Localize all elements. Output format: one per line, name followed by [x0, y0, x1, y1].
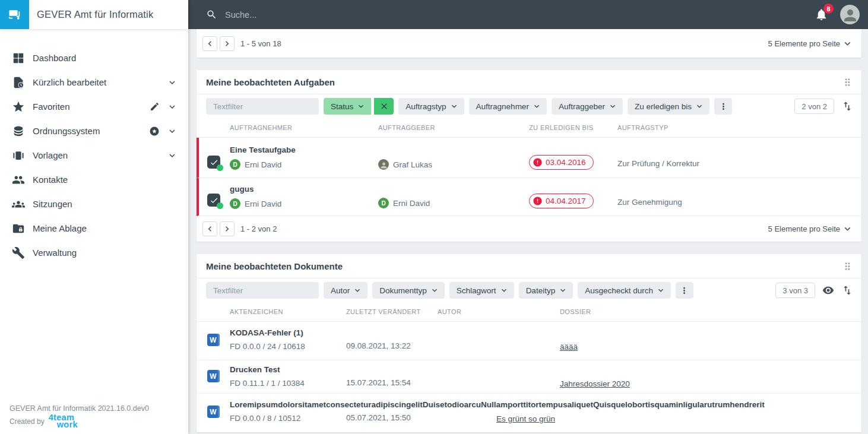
task-title[interactable]: Eine Testaufgabe [230, 145, 378, 154]
drag-handle-icon[interactable] [842, 77, 853, 88]
sidebar-item-verwaltung[interactable]: Verwaltung [0, 240, 188, 265]
sidebar-item-ordnungssystem[interactable]: Ordnungssystem [0, 119, 188, 143]
sidebar-item-meine-ablage[interactable]: Meine Ablage [0, 216, 188, 240]
document-reference: FD 0.0.0 / 24 / 10618 [230, 342, 346, 351]
filter-chip-zu-erledigen-bis[interactable]: Zu erledigen bis [628, 98, 709, 115]
tasks-panel-title: Meine beobachteten Aufgaben [206, 77, 842, 87]
star-circle-icon[interactable] [149, 126, 160, 137]
star-icon [12, 100, 25, 113]
sort-button[interactable] [841, 284, 853, 296]
search-input[interactable] [225, 10, 474, 20]
chevron-right-icon [222, 39, 232, 49]
task-row[interactable]: gugus D Erni David D Erni David 04.04.20… [197, 178, 861, 216]
tasks-per-page-selector[interactable]: 5 Elemente pro Seite [768, 223, 853, 235]
app-logo-icon [7, 7, 23, 23]
sidebar-item-kuerzlich-bearbeitet[interactable]: Kürzlich bearbeitet [0, 70, 188, 94]
document-row[interactable]: W Loremipsumdolorsitametconsecteturadipi… [197, 394, 861, 432]
documents-panel-title: Meine beobachteten Dokumente [206, 261, 842, 271]
document-modified: 05.07.2021, 15:50 [346, 394, 438, 422]
dossier-link[interactable]: ääää [560, 343, 578, 351]
filter-chip-auftraggeber[interactable]: Auftraggeber [552, 98, 623, 115]
more-filters-button[interactable] [714, 98, 732, 115]
assignee-name: Erni David [245, 160, 281, 169]
prev-page-button[interactable] [202, 36, 217, 51]
column-header-auftragnehmer: AUFTRAGNEHMER [230, 124, 378, 131]
chevron-down-icon [353, 286, 362, 295]
filter-chip-autor[interactable]: Autor [324, 282, 368, 299]
filter-chip-schlagwort[interactable]: Schlagwort [449, 282, 514, 299]
filter-chip-dateityp[interactable]: Dateityp [519, 282, 574, 299]
templates-icon [12, 149, 25, 162]
filter-chip-label: Dokumenttyp [379, 286, 427, 295]
assignee-avatar: D [230, 198, 240, 209]
vendor-logo[interactable]: 4team work [49, 414, 78, 428]
column-header-autor: AUTOR [438, 308, 560, 315]
tasks-page-range-label: 1 - 2 von 2 [240, 224, 277, 233]
chevron-right-icon [222, 224, 232, 234]
document-title[interactable]: Loremipsumdolorsitametconsecteturadipisc… [230, 400, 346, 409]
edit-pencil-icon[interactable] [150, 102, 160, 112]
sidebar-item-kontakte[interactable]: Kontakte [0, 167, 188, 192]
more-filters-button[interactable] [676, 282, 693, 299]
filter-chip-auftragnehmer[interactable]: Auftragnehmer [469, 98, 547, 115]
drag-handle-icon[interactable] [842, 261, 853, 272]
issuer-name: Erni David [393, 199, 430, 208]
filter-chip-auftragstyp[interactable]: Auftragstyp [398, 98, 464, 115]
document-row[interactable]: W Drucken Test FD 0.11.1 / 1 / 10384 15.… [197, 360, 861, 394]
sidebar-item-vorlagen[interactable]: Vorlagen [0, 143, 188, 167]
filter-chip-ausgecheckt-durch[interactable]: Ausgecheckt durch [578, 282, 671, 299]
kebab-menu-icon [679, 286, 689, 296]
dossier-link[interactable]: Es grünt so grün [496, 414, 555, 423]
task-state-dot [217, 202, 223, 209]
issuer-name: Graf Lukas [393, 160, 432, 169]
dossier-link[interactable]: Jahresdossier 2020 [560, 379, 630, 388]
sidebar-item-dashboard[interactable]: Dashboard [0, 46, 188, 70]
tasks-prev-page-button[interactable] [202, 221, 217, 236]
tasks-next-page-button[interactable] [220, 221, 235, 236]
tasks-table-header: AUFTRAGNEHMER AUFTRAGGEBER ZU ERLEDIGEN … [197, 118, 861, 138]
chevron-down-icon[interactable] [167, 126, 178, 137]
contacts-icon [12, 173, 25, 186]
chevron-down-icon[interactable] [167, 102, 178, 112]
meetings-group-icon [12, 198, 25, 211]
document-title[interactable]: KODASA-Fehler (1) [230, 328, 346, 337]
issuer-avatar [378, 159, 389, 170]
column-header-zuletzt-veraendert: ZULETZT VERÄNDERT [346, 308, 438, 315]
sort-button[interactable] [841, 100, 853, 112]
created-by-label: Created by [9, 417, 45, 426]
dashboard-icon [12, 52, 25, 65]
filter-chip-status-active[interactable]: Status [324, 98, 394, 115]
chevron-down-icon[interactable] [167, 150, 178, 161]
overdue-icon [533, 196, 543, 206]
next-page-button[interactable] [220, 36, 235, 51]
filter-chip-dokumenttyp[interactable]: Dokumenttyp [372, 282, 445, 299]
visibility-button[interactable] [822, 284, 834, 296]
chevron-down-icon[interactable] [167, 77, 178, 88]
chevron-down-icon [558, 286, 568, 295]
task-checkbox-icon [207, 156, 221, 170]
document-modified: 09.08.2021, 13:22 [346, 322, 438, 350]
document-title[interactable]: Drucken Test [230, 365, 346, 374]
task-checkbox-icon [207, 194, 221, 208]
notifications-button[interactable]: 8 [815, 8, 828, 21]
document-author [438, 394, 560, 413]
document-row[interactable]: W KODASA-Fehler (1) FD 0.0.0 / 24 / 1061… [197, 322, 861, 360]
user-avatar[interactable] [840, 5, 860, 24]
sidebar-item-label: Vorlagen [33, 150, 167, 160]
per-page-selector[interactable]: 5 Elemente pro Seite [768, 38, 853, 49]
sidebar-item-sitzungen[interactable]: Sitzungen [0, 192, 188, 216]
task-type: Zur Prüfung / Korrektur [617, 138, 861, 168]
topbar: 8 [188, 0, 868, 29]
tasks-textfilter-input[interactable] [206, 98, 319, 115]
column-header-zu-erledigen-bis: ZU ERLEDIGEN BIS [529, 124, 617, 131]
task-row[interactable]: Eine Testaufgabe D Erni David Graf Lukas [197, 138, 861, 178]
sidebar-item-label: Kürzlich bearbeitet [33, 77, 167, 87]
documents-textfilter-input[interactable] [206, 282, 319, 299]
app-logo[interactable] [0, 0, 29, 29]
chevron-down-icon [608, 102, 617, 111]
clear-filter-button[interactable] [374, 98, 394, 115]
sidebar-item-favoriten[interactable]: Favoriten [0, 94, 188, 119]
task-title[interactable]: gugus [230, 185, 378, 194]
app-header: GEVER Amt für Informatik [0, 0, 188, 29]
document-reference: FD 0.0.0 / 8 / 10512 [230, 414, 346, 423]
